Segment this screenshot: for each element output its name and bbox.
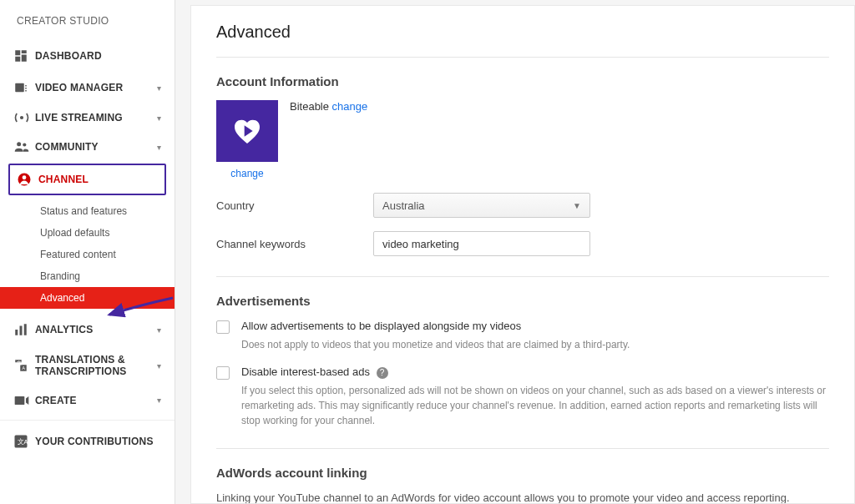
chevron-down-icon: ▾ — [157, 83, 161, 93]
avatar-change-link[interactable]: change — [230, 168, 263, 179]
svg-text:文A: 文A — [18, 438, 28, 446]
video-manager-icon — [13, 80, 35, 95]
nav-label: VIDEO MANAGER — [35, 82, 157, 93]
svg-rect-18 — [15, 396, 25, 405]
subitem-upload-defaults[interactable]: Upload defaults — [0, 222, 175, 244]
svg-rect-6 — [25, 88, 27, 89]
svg-point-10 — [23, 143, 26, 146]
main-content: Advanced Account Information change Bite… — [190, 5, 855, 504]
svg-rect-14 — [20, 326, 23, 335]
chevron-down-icon: ▾ — [157, 143, 161, 152]
divider — [216, 276, 829, 277]
disable-interest-ads-checkbox[interactable] — [216, 366, 230, 380]
svg-rect-5 — [25, 85, 27, 87]
nav-label: YOUR CONTRIBUTIONS — [35, 436, 161, 447]
nav-translations[interactable]: 文A TRANSLATIONS & TRANSCRIPTIONS ▾ — [0, 345, 175, 386]
disable-interest-ads-sub: If you select this option, personalized … — [241, 383, 829, 428]
caret-down-icon: ▼ — [573, 201, 581, 210]
svg-rect-0 — [15, 50, 20, 55]
create-icon — [13, 395, 35, 406]
live-icon — [13, 112, 35, 123]
svg-rect-15 — [24, 324, 27, 335]
subitem-status[interactable]: Status and features — [0, 200, 175, 222]
country-value: Australia — [382, 199, 425, 212]
disable-interest-ads-label: Disable interest-based ads — [241, 365, 370, 378]
community-icon — [13, 140, 35, 154]
nav-label: COMMUNITY — [35, 141, 157, 153]
divider — [216, 57, 829, 58]
channel-icon — [17, 172, 38, 187]
account-change-link[interactable]: change — [332, 100, 368, 113]
ads-section-title: Advertisements — [216, 294, 829, 308]
divider — [216, 448, 829, 449]
allow-ads-label: Allow advertisements to be displayed alo… — [241, 320, 521, 332]
nav-community[interactable]: COMMUNITY ▾ — [0, 132, 175, 162]
svg-rect-7 — [25, 90, 27, 92]
subitem-featured-content[interactable]: Featured content — [0, 244, 175, 265]
nav-label: DASHBOARD — [35, 50, 161, 62]
chevron-down-icon: ▾ — [157, 361, 161, 370]
svg-rect-4 — [15, 83, 24, 93]
svg-point-9 — [17, 142, 21, 146]
translate-icon: 文A — [13, 358, 35, 373]
nav-video-manager[interactable]: VIDEO MANAGER ▾ — [0, 72, 175, 103]
nav-analytics[interactable]: ANALYTICS ▾ — [0, 314, 175, 345]
sidebar-divider — [0, 420, 175, 421]
nav-label: CHANNEL — [38, 174, 158, 185]
country-select[interactable]: Australia ▼ — [373, 193, 590, 218]
svg-rect-13 — [15, 330, 18, 335]
dashboard-icon — [13, 48, 35, 63]
svg-point-12 — [23, 175, 27, 179]
nav-label: ANALYTICS — [35, 324, 157, 335]
account-name: Biteable — [290, 100, 329, 113]
nav-label: TRANSLATIONS & TRANSCRIPTIONS — [35, 354, 157, 378]
adwords-desc: Linking your YouTube channel to an AdWor… — [216, 491, 829, 504]
keywords-label: Channel keywords — [216, 238, 373, 250]
svg-rect-3 — [15, 57, 20, 62]
chevron-down-icon: ▾ — [157, 113, 161, 123]
nav-channel[interactable]: CHANNEL — [8, 164, 166, 195]
svg-text:A: A — [23, 366, 26, 371]
nav-dashboard[interactable]: DASHBOARD — [0, 40, 175, 72]
account-section-title: Account Information — [216, 74, 829, 88]
allow-ads-checkbox[interactable] — [216, 320, 230, 334]
allow-ads-sub: Does not apply to videos that you moneti… — [241, 337, 829, 352]
chevron-down-icon: ▾ — [157, 325, 161, 335]
svg-rect-1 — [22, 50, 27, 53]
nav-label: LIVE STREAMING — [35, 112, 157, 123]
subitem-branding[interactable]: Branding — [0, 265, 175, 287]
country-label: Country — [216, 199, 373, 212]
nav-contributions[interactable]: 文A YOUR CONTRIBUTIONS — [0, 426, 175, 457]
svg-text:文: 文 — [17, 360, 22, 366]
contributions-icon: 文A — [13, 434, 35, 449]
svg-rect-2 — [22, 55, 27, 62]
channel-avatar — [216, 100, 278, 162]
keywords-input[interactable] — [373, 231, 590, 256]
sidebar-title: CREATOR STUDIO — [0, 10, 175, 40]
nav-create[interactable]: CREATE ▾ — [0, 386, 175, 415]
adwords-title: AdWords account linking — [216, 466, 829, 480]
svg-point-8 — [20, 116, 23, 119]
sidebar: CREATOR STUDIO DASHBOARD VIDEO MANAGER ▾… — [0, 0, 175, 504]
chevron-down-icon: ▾ — [157, 396, 161, 405]
channel-sublist: Status and features Upload defaults Feat… — [0, 197, 175, 314]
analytics-icon — [13, 322, 35, 337]
help-icon[interactable]: ? — [377, 367, 388, 379]
page-title: Advanced — [216, 23, 829, 42]
subitem-advanced[interactable]: Advanced — [0, 287, 175, 309]
nav-live-streaming[interactable]: LIVE STREAMING ▾ — [0, 103, 175, 132]
nav-label: CREATE — [35, 395, 157, 406]
